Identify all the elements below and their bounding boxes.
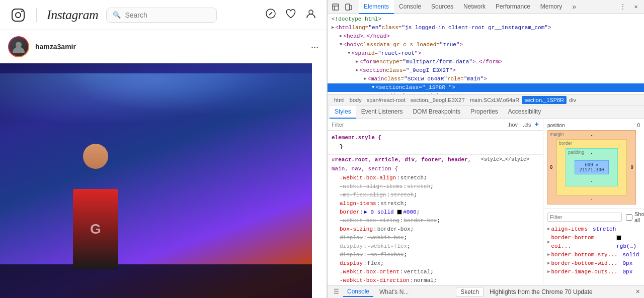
rule-webkit-box-align: -webkit-box-align : stretch; bbox=[332, 174, 539, 182]
devtools-header: Elements Console Sources Network Perform… bbox=[328, 0, 644, 14]
tab-memory[interactable]: Memory bbox=[535, 0, 567, 14]
heart-icon[interactable] bbox=[285, 8, 296, 22]
computed-panel: Show all ▶ align-items stretch ▶ border-… bbox=[543, 209, 644, 278]
tab-network[interactable]: Network bbox=[458, 0, 491, 14]
compass-icon[interactable] bbox=[265, 8, 276, 22]
dom-line-section1[interactable]: ▶ <section class="_9eogI E3X2T" > bbox=[328, 66, 644, 75]
subtab-accessibility[interactable]: Accessibility bbox=[503, 106, 546, 119]
rule-webkit-box-direction: -webkit-box-direction : normal; bbox=[332, 276, 539, 285]
tab-more[interactable]: » bbox=[567, 0, 581, 14]
devtools-panel: Elements Console Sources Network Perform… bbox=[327, 0, 644, 298]
rule-align-items: align-items : stretch; bbox=[332, 200, 539, 208]
instagram-panel: Instagram 🔍 bbox=[0, 0, 327, 298]
more-options-icon[interactable]: ··· bbox=[311, 42, 318, 52]
computed-prop-border-image-outs: ▶ border-image-outs... 0px bbox=[547, 268, 640, 276]
svg-point-1 bbox=[16, 13, 21, 18]
device-toggle-icon[interactable] bbox=[343, 1, 355, 13]
dom-line-main[interactable]: ▶ <main class="SCxLW o64aR" role="main" … bbox=[328, 75, 644, 83]
bottom-tab-whatsnew[interactable]: What's N... bbox=[375, 287, 413, 296]
box-model-panel: position 0 margin - 0 0 - border bbox=[543, 119, 644, 209]
rule-display-webkit-box: display : -webkit-box; bbox=[332, 234, 539, 242]
svg-line-6 bbox=[270, 13, 272, 15]
rule-webkit-box-sizing: -webkit-box-sizing : border-box; bbox=[332, 217, 539, 225]
path-main-scxlw[interactable]: main.SCxLW.o64aR bbox=[467, 96, 522, 104]
path-html[interactable]: html bbox=[332, 96, 347, 104]
profile-icon[interactable] bbox=[305, 8, 316, 22]
dom-line-span[interactable]: ▼ <span id="react-root" > bbox=[328, 49, 644, 58]
path-div[interactable]: div bbox=[567, 96, 579, 104]
tab-console[interactable]: Console bbox=[394, 0, 426, 14]
element-style-selector: element.style { bbox=[332, 133, 539, 143]
drawer-icon[interactable]: ☰ bbox=[332, 287, 341, 296]
styles-filter-input[interactable] bbox=[332, 122, 504, 128]
content-size: 600 × 21571.300 bbox=[575, 162, 608, 172]
rule-webkit-box-orient: -webkit-box-orient : vertical; bbox=[332, 268, 539, 276]
stage-lights bbox=[0, 73, 312, 134]
styles-content: element.style { } #react-root, article, … bbox=[328, 131, 543, 285]
svg-point-2 bbox=[21, 11, 23, 12]
drawer-close-icon[interactable]: × bbox=[636, 288, 640, 296]
devtools-bottom: ☰ Console What's N... Sketch Highlights … bbox=[328, 285, 644, 298]
rule-display-flex: display : flex; bbox=[332, 259, 539, 268]
dom-line-section2[interactable]: ▼ <section class="_1SP8R " > bbox=[328, 83, 644, 92]
show-all-checkbox[interactable] bbox=[626, 214, 632, 221]
path-span-react-root[interactable]: span#react-root bbox=[364, 96, 408, 104]
add-style-btn[interactable]: + bbox=[535, 121, 539, 129]
computed-prop-align-items: ▶ align-items stretch bbox=[547, 225, 640, 234]
devtools-icons-right: ⋮ ✕ bbox=[617, 1, 642, 13]
subtab-dom-breakpoints[interactable]: DOM Breakpoints bbox=[408, 106, 465, 119]
subtab-event-listeners[interactable]: Event Listeners bbox=[356, 106, 408, 119]
ig-post-header: hamza3amir ··· bbox=[0, 30, 327, 63]
styles-panel: :hov .cls + element.style { } bbox=[328, 119, 644, 285]
computed-filter-input[interactable] bbox=[547, 213, 622, 222]
computed-filter-row: Show all bbox=[547, 211, 640, 223]
username-label[interactable]: hamza3amir bbox=[35, 43, 76, 51]
rule-display-webkit-flex: display : -webkit-flex; bbox=[332, 242, 539, 251]
box-diagram: margin - 0 0 - border padding - - bbox=[547, 130, 636, 205]
dom-line-doctype[interactable]: <!doctype html> bbox=[328, 15, 644, 24]
tab-elements[interactable]: Elements bbox=[359, 0, 394, 14]
dom-line-form[interactable]: ▶ <form enctype="multipart/form-data" >…… bbox=[328, 58, 644, 66]
dom-line-html[interactable]: ▶ <html lang="en" class="js logged-in cl… bbox=[328, 24, 644, 32]
inspect-icon[interactable] bbox=[330, 1, 342, 13]
avatar-img bbox=[9, 37, 28, 56]
devtools-tabs: Elements Console Sources Network Perform… bbox=[359, 0, 617, 14]
sketch-badge[interactable]: Sketch bbox=[456, 287, 484, 297]
computed-prop-border-bottom-wid: ▶ border-bottom-wid... 0px bbox=[547, 259, 640, 268]
tab-performance[interactable]: Performance bbox=[491, 0, 535, 14]
cls-pseudo-btn[interactable]: .cls bbox=[521, 121, 533, 128]
right-panel: position 0 margin - 0 0 - border bbox=[543, 119, 644, 285]
post-image: G bbox=[0, 63, 312, 298]
svg-point-7 bbox=[309, 10, 313, 14]
subtabs: Styles Event Listeners DOM Breakpoints P… bbox=[328, 106, 644, 119]
rule-ms-flex-align: -ms-flex-align : stretch; bbox=[332, 191, 539, 200]
content-layer: 600 × 21571.300 bbox=[575, 160, 609, 174]
devtools-close-icon[interactable]: ✕ bbox=[630, 1, 642, 13]
bottom-tab-console[interactable]: Console bbox=[343, 287, 373, 297]
dom-tree: <!doctype html> ▶ <html lang="en" class=… bbox=[328, 14, 644, 94]
ig-logo bbox=[10, 7, 26, 23]
element-style-close: } bbox=[332, 143, 539, 151]
search-input[interactable] bbox=[125, 11, 210, 19]
ig-nav-icons bbox=[265, 8, 316, 22]
subtab-styles[interactable]: Styles bbox=[330, 106, 356, 119]
ig-header: Instagram 🔍 bbox=[0, 0, 327, 30]
rule-border: border : ▶ 0 solid #000; bbox=[332, 208, 539, 217]
ig-search-bar[interactable]: 🔍 bbox=[106, 8, 217, 23]
subtab-properties[interactable]: Properties bbox=[465, 106, 503, 119]
instagram-icon bbox=[10, 7, 26, 23]
tab-sources[interactable]: Sources bbox=[426, 0, 458, 14]
computed-prop-border-bottom-sty: ▶ border-bottom-sty... solid bbox=[547, 251, 640, 259]
devtools-more-icon[interactable]: ⋮ bbox=[617, 1, 629, 13]
path-body[interactable]: body bbox=[347, 96, 364, 104]
svg-rect-13 bbox=[350, 6, 352, 10]
rule-webkit-align-items: -webkit-align-items : stretch; bbox=[332, 182, 539, 191]
path-section-9eogi[interactable]: section._9eogI.E3X2T bbox=[408, 96, 467, 104]
dom-line-body[interactable]: ▼ <body class data-gr-c-s-loaded="true" … bbox=[328, 41, 644, 49]
path-section-1sp8r[interactable]: section._1SP8R bbox=[522, 96, 567, 104]
main-style-block: #react-root, article, div, footer, heade… bbox=[328, 155, 543, 285]
dom-line-head[interactable]: ▶ <head> … </head> bbox=[328, 32, 644, 41]
computed-prop-border-bottom-col: ▶ border-bottom-col... rgb(…) bbox=[547, 234, 640, 251]
hover-pseudo-btn[interactable]: :hov bbox=[506, 121, 519, 128]
styles-filter-bar: :hov .cls + bbox=[328, 119, 543, 131]
